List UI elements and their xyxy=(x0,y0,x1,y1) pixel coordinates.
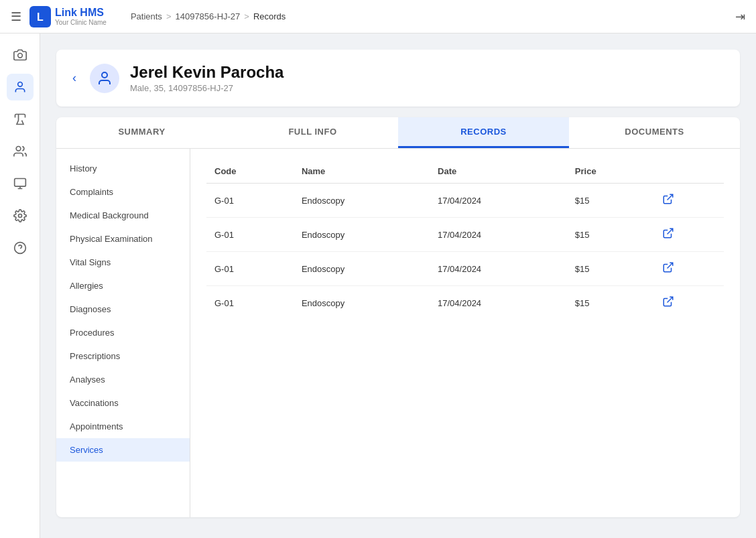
records-table: Code Name Date Price G-01 Endoscopy 17/0… xyxy=(206,159,724,320)
tab-summary[interactable]: SUMMARY xyxy=(56,117,227,148)
cell-price: $15 xyxy=(567,286,653,320)
sidebar-item-settings[interactable] xyxy=(7,202,34,229)
breadcrumb-patients[interactable]: Patients xyxy=(131,11,162,21)
cell-action xyxy=(653,286,724,320)
sidebar-item-group[interactable] xyxy=(7,138,34,165)
breadcrumb-patient-id[interactable]: 14097856-HJ-27 xyxy=(175,11,240,21)
leftnav-diagnoses[interactable]: Diagnoses xyxy=(56,297,190,321)
leftnav-procedures[interactable]: Procedures xyxy=(56,321,190,344)
panel-body: History Complaints Medical Background Ph… xyxy=(56,149,740,517)
cell-code: G-01 xyxy=(206,252,294,286)
content-panel: SUMMARY FULL INFO RECORDS DOCUMENTS Hist… xyxy=(56,117,740,517)
records-area: Code Name Date Price G-01 Endoscopy 17/0… xyxy=(190,149,740,517)
col-date: Date xyxy=(430,159,567,184)
svg-line-11 xyxy=(668,263,673,268)
leftnav-appointments[interactable]: Appointments xyxy=(56,415,190,438)
col-price: Price xyxy=(567,159,653,184)
cell-price: $15 xyxy=(567,252,653,286)
cell-name: Endoscopy xyxy=(294,218,430,252)
hamburger-menu-icon[interactable]: ☰ xyxy=(11,9,21,24)
cell-date: 17/04/2024 xyxy=(430,218,567,252)
sidebar-item-monitor[interactable] xyxy=(7,170,34,197)
leftnav-services[interactable]: Services xyxy=(56,438,190,462)
svg-point-6 xyxy=(18,214,21,218)
svg-text:L: L xyxy=(37,11,44,23)
leftnav-prescriptions[interactable]: Prescriptions xyxy=(56,344,190,368)
svg-line-10 xyxy=(668,228,673,234)
breadcrumb-sep1: > xyxy=(166,11,172,21)
logo: L Link HMS Your Clinic Name xyxy=(29,6,107,27)
cell-code: G-01 xyxy=(206,218,294,252)
logo-icon: L xyxy=(29,6,51,27)
svg-line-9 xyxy=(668,194,673,200)
cell-action xyxy=(653,252,724,286)
cell-code: G-01 xyxy=(206,184,294,218)
col-action xyxy=(653,159,724,184)
main-content: ‹ Jerel Kevin Parocha Male, 35, 14097856… xyxy=(40,33,756,538)
patient-card: ‹ Jerel Kevin Parocha Male, 35, 14097856… xyxy=(56,50,740,107)
svg-point-4 xyxy=(16,147,21,151)
breadcrumb-current: Records xyxy=(253,11,286,21)
svg-point-8 xyxy=(102,72,107,78)
svg-line-12 xyxy=(668,297,673,302)
patient-name: Jerel Kevin Parocha xyxy=(130,63,284,82)
cell-name: Endoscopy xyxy=(294,286,430,320)
patient-info: Jerel Kevin Parocha Male, 35, 14097856-H… xyxy=(130,63,284,93)
logout-icon[interactable]: ⇥ xyxy=(735,9,745,24)
table-row: G-01 Endoscopy 17/04/2024 $15 xyxy=(206,252,724,286)
patient-meta: Male, 35, 14097856-HJ-27 xyxy=(130,83,284,93)
leftnav-physical-examination[interactable]: Physical Examination xyxy=(56,227,190,251)
top-navigation: ☰ L Link HMS Your Clinic Name Patients >… xyxy=(0,0,756,33)
tabs-bar: SUMMARY FULL INFO RECORDS DOCUMENTS xyxy=(56,117,740,149)
svg-point-2 xyxy=(17,54,22,58)
cell-name: Endoscopy xyxy=(294,252,430,286)
cell-price: $15 xyxy=(567,184,653,218)
leftnav-history[interactable]: History xyxy=(56,157,190,180)
leftnav-medical-background[interactable]: Medical Background xyxy=(56,204,190,227)
breadcrumb-sep2: > xyxy=(244,11,249,21)
svg-rect-5 xyxy=(14,179,25,187)
cell-date: 17/04/2024 xyxy=(430,252,567,286)
cell-name: Endoscopy xyxy=(294,184,430,218)
cell-action xyxy=(653,184,724,218)
sidebar-item-patients[interactable] xyxy=(7,74,34,100)
left-navigation: History Complaints Medical Background Ph… xyxy=(56,149,190,517)
tab-documents[interactable]: DOCUMENTS xyxy=(569,117,740,148)
cell-date: 17/04/2024 xyxy=(430,184,567,218)
cell-date: 17/04/2024 xyxy=(430,286,567,320)
logo-name: Link HMS xyxy=(55,7,107,19)
cell-price: $15 xyxy=(567,218,653,252)
svg-point-3 xyxy=(17,82,22,87)
table-row: G-01 Endoscopy 17/04/2024 $15 xyxy=(206,286,724,320)
cell-code: G-01 xyxy=(206,286,294,320)
breadcrumb: Patients > 14097856-HJ-27 > Records xyxy=(131,11,286,21)
table-row: G-01 Endoscopy 17/04/2024 $15 xyxy=(206,218,724,252)
col-code: Code xyxy=(206,159,294,184)
table-row: G-01 Endoscopy 17/04/2024 $15 xyxy=(206,184,724,218)
open-record-button[interactable] xyxy=(661,192,676,209)
leftnav-vaccinations[interactable]: Vaccinations xyxy=(56,391,190,415)
sidebar-item-lab[interactable] xyxy=(7,106,34,133)
logo-subtitle: Your Clinic Name xyxy=(55,19,107,26)
leftnav-analyses[interactable]: Analyses xyxy=(56,368,190,391)
open-record-button[interactable] xyxy=(661,226,676,243)
open-record-button[interactable] xyxy=(661,294,676,312)
back-button[interactable]: ‹ xyxy=(72,71,76,85)
tab-records[interactable]: RECORDS xyxy=(398,117,569,148)
open-record-button[interactable] xyxy=(661,260,676,277)
sidebar-item-help[interactable] xyxy=(7,234,34,261)
leftnav-complaints[interactable]: Complaints xyxy=(56,180,190,204)
sidebar xyxy=(0,33,40,538)
sidebar-item-camera[interactable] xyxy=(7,42,34,68)
leftnav-vital-signs[interactable]: Vital Signs xyxy=(56,251,190,274)
leftnav-allergies[interactable]: Allergies xyxy=(56,274,190,297)
patient-avatar xyxy=(90,64,119,93)
cell-action xyxy=(653,218,724,252)
tab-full-info[interactable]: FULL INFO xyxy=(227,117,398,148)
col-name: Name xyxy=(294,159,430,184)
